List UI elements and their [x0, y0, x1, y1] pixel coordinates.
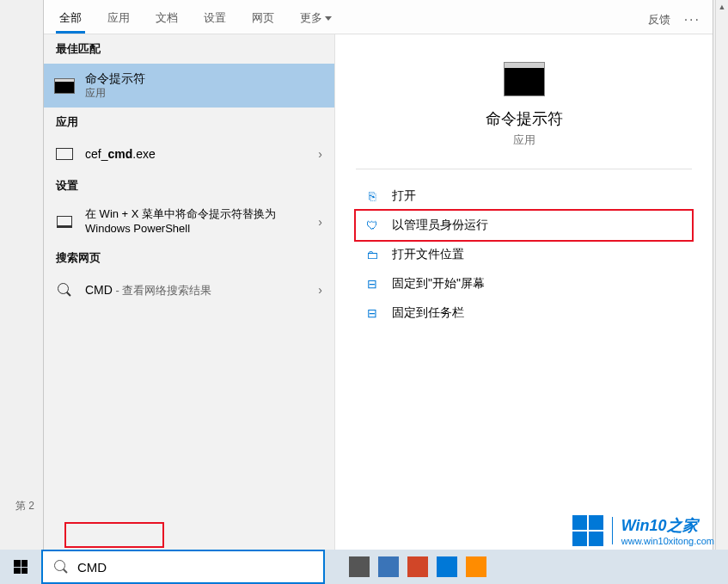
chevron-down-icon — [325, 16, 332, 21]
watermark: Win10之家 www.win10xitong.com — [572, 515, 714, 546]
start-button[interactable] — [0, 550, 41, 584]
chevron-right-icon: › — [318, 283, 322, 297]
windows-logo-icon — [572, 515, 603, 546]
action-pin-taskbar[interactable]: ⊟ 固定到任务栏 — [356, 298, 692, 328]
cmd-icon-large — [504, 62, 545, 96]
taskbar-app-icon[interactable] — [378, 556, 399, 577]
pin-icon: ⊟ — [364, 276, 380, 292]
shield-icon: 🛡 — [364, 218, 380, 233]
action-label: 打开文件位置 — [392, 247, 464, 262]
results-list: 最佳匹配 命令提示符 应用 应用 cef_cmd.exe › 设置 — [44, 34, 334, 550]
section-web: 搜索网页 — [44, 243, 334, 273]
more-options-button[interactable]: ··· — [684, 12, 700, 28]
watermark-url: www.win10xitong.com — [621, 536, 714, 546]
chevron-right-icon: › — [318, 215, 322, 229]
panel-body: 最佳匹配 命令提示符 应用 应用 cef_cmd.exe › 设置 — [44, 34, 713, 550]
scroll-up-icon[interactable]: ▲ — [716, 0, 728, 14]
taskbar-icons — [349, 556, 486, 577]
taskbar-app-icon[interactable] — [437, 556, 457, 577]
watermark-title: Win10之家 — [621, 515, 698, 536]
filter-tab-all[interactable]: 全部 — [56, 5, 85, 34]
action-label: 以管理员身份运行 — [392, 218, 488, 233]
search-icon — [53, 559, 69, 575]
filter-tabs-bar: 全部 应用 文档 设置 网页 更多 反馈 ··· — [44, 0, 713, 34]
windows-logo-icon — [14, 560, 28, 574]
preview-subtitle: 应用 — [513, 132, 535, 148]
result-cmd-prompt[interactable]: 命令提示符 应用 — [44, 64, 334, 108]
action-open-location[interactable]: 🗀 打开文件位置 — [356, 240, 692, 269]
filter-tab-apps[interactable]: 应用 — [104, 5, 133, 34]
action-pin-start[interactable]: ⊟ 固定到"开始"屏幕 — [356, 269, 692, 298]
monitor-icon — [57, 216, 72, 228]
preview-pane: 命令提示符 应用 ⎘ 打开 🛡 以管理员身份运行 🗀 打开文件位置 ⊟ — [334, 34, 713, 550]
scrollbar[interactable]: ▲ — [715, 0, 728, 550]
open-icon: ⎘ — [364, 188, 380, 204]
section-apps: 应用 — [44, 108, 334, 137]
filter-tab-docs[interactable]: 文档 — [152, 5, 181, 34]
filter-tab-more[interactable]: 更多 — [297, 5, 335, 34]
action-label: 固定到任务栏 — [392, 305, 464, 321]
pin-icon: ⊟ — [364, 305, 380, 321]
filter-tab-settings[interactable]: 设置 — [200, 5, 229, 34]
search-icon — [57, 282, 72, 298]
section-settings: 设置 — [44, 171, 334, 200]
result-winx-replace[interactable]: 在 Win + X 菜单中将命令提示符替换为 Windows PowerShel… — [44, 200, 334, 243]
taskview-icon[interactable] — [349, 556, 370, 577]
folder-icon: 🗀 — [364, 247, 380, 262]
taskbar: CMD — [0, 550, 728, 584]
filter-tab-web[interactable]: 网页 — [248, 5, 278, 34]
app-icon — [56, 148, 73, 160]
action-open[interactable]: ⎘ 打开 — [356, 181, 692, 211]
page-label: 第 2 — [15, 499, 34, 513]
taskbar-app-icon[interactable] — [466, 556, 486, 577]
action-label: 打开 — [392, 188, 416, 204]
result-title: cef_cmd.exe — [85, 146, 324, 162]
result-title: CMD - 查看网络搜索结果 — [85, 282, 324, 298]
result-subtitle: 应用 — [85, 86, 324, 101]
actions-list: ⎘ 打开 🛡 以管理员身份运行 🗀 打开文件位置 ⊟ 固定到"开始"屏幕 ⊟ — [356, 169, 692, 328]
taskbar-app-icon[interactable] — [407, 556, 428, 577]
section-best-match: 最佳匹配 — [44, 34, 334, 64]
action-label: 固定到"开始"屏幕 — [392, 276, 485, 292]
result-web-cmd[interactable]: CMD - 查看网络搜索结果 › — [44, 273, 334, 307]
search-input-text: CMD — [77, 560, 107, 575]
cmd-icon — [54, 78, 75, 94]
action-run-admin[interactable]: 🛡 以管理员身份运行 — [354, 209, 694, 242]
result-cef-cmd[interactable]: cef_cmd.exe › — [44, 137, 334, 171]
result-title: 在 Win + X 菜单中将命令提示符替换为 Windows PowerShel… — [85, 207, 324, 237]
preview-hero: 命令提示符 应用 — [356, 62, 692, 169]
feedback-link[interactable]: 反馈 — [648, 12, 670, 28]
search-results-panel: 全部 应用 文档 设置 网页 更多 反馈 ··· 最佳匹配 命令提示符 应用 应… — [43, 0, 713, 550]
taskbar-search-box[interactable]: CMD — [41, 550, 325, 584]
result-title: 命令提示符 — [85, 71, 324, 86]
filter-more-label: 更多 — [300, 10, 322, 26]
preview-title: 命令提示符 — [486, 108, 563, 129]
chevron-right-icon: › — [318, 147, 322, 161]
